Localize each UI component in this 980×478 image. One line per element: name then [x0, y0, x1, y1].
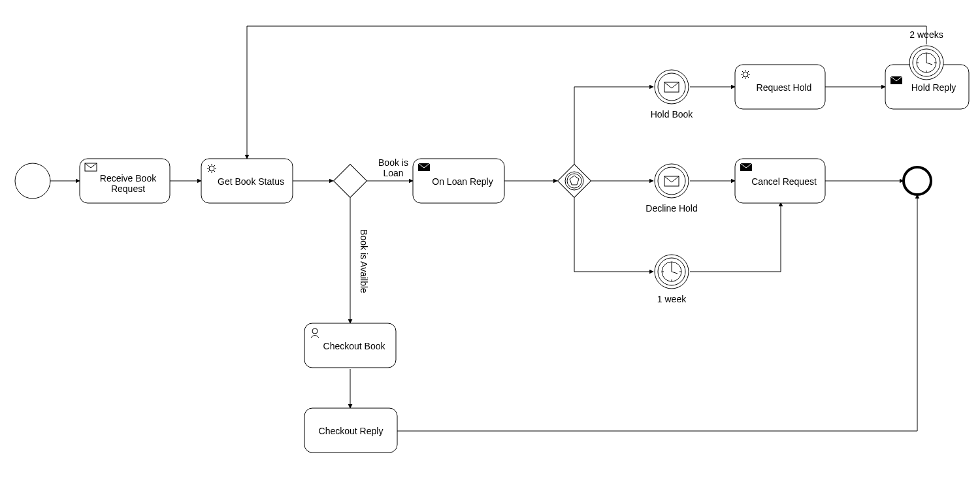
task-cancel-request: Cancel Request: [735, 159, 825, 203]
svg-text:Checkout Reply: Checkout Reply: [319, 426, 384, 436]
gateway-book-status: [334, 165, 367, 198]
svg-text:Checkout Book: Checkout Book: [323, 341, 386, 351]
svg-text:Hold Reply: Hold Reply: [911, 82, 956, 93]
event-two-weeks-timer: 2 weeks: [909, 29, 943, 80]
svg-text:1 week: 1 week: [657, 294, 687, 304]
task-checkout-reply: Checkout Reply: [304, 408, 397, 453]
bpmn-diagram: Book isLoan Book is Availble Receive Boo…: [0, 0, 980, 478]
task-get-book-status: Get Book Status: [201, 159, 293, 203]
svg-point-0: [15, 163, 50, 199]
svg-rect-7: [334, 165, 367, 198]
svg-rect-11: [558, 165, 591, 198]
task-on-loan-reply: On Loan Reply: [413, 159, 504, 203]
svg-text:Decline Hold: Decline Hold: [645, 203, 697, 214]
svg-text:Hold Book: Hold Book: [651, 109, 694, 119]
gateway-event-based: [558, 165, 591, 198]
svg-text:2 weeks: 2 weeks: [909, 29, 943, 40]
svg-text:Cancel Request: Cancel Request: [751, 176, 817, 187]
event-hold-book: Hold Book: [651, 70, 694, 119]
svg-text:On Loan Reply: On Loan Reply: [432, 176, 493, 187]
event-decline-hold: Decline Hold: [645, 164, 697, 214]
svg-text:Get Book Status: Get Book Status: [218, 176, 284, 187]
svg-text:Request Hold: Request Hold: [757, 82, 812, 93]
event-one-week-timer: 1 week: [655, 255, 689, 304]
end-event: [904, 167, 931, 195]
edge-label-book-loan: Book isLoan: [378, 157, 408, 178]
task-checkout-book: Checkout Book: [304, 323, 396, 368]
start-event: [15, 163, 50, 199]
task-request-hold: Request Hold: [735, 65, 825, 109]
svg-point-52: [904, 167, 931, 195]
edge-label-book-available: Book is Availble: [359, 229, 369, 293]
task-receive-book-request: Receive BookRequest: [80, 159, 170, 203]
